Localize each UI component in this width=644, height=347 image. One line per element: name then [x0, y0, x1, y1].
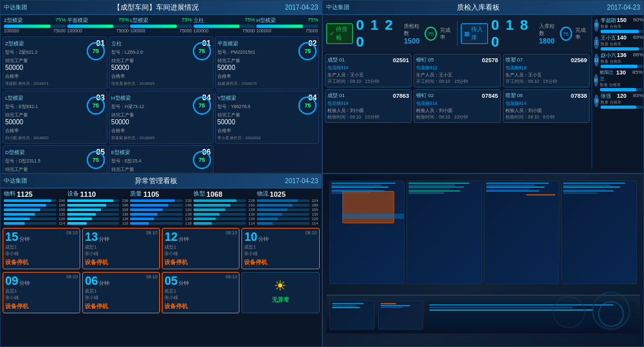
- avatar-5: 张: [594, 95, 599, 107]
- card-z: Z型横梁 01 型号：Z梁621.2 待完工产量50000 75 合格率 李超朗…: [3, 36, 107, 89]
- gauge-circle-2: [598, 301, 624, 327]
- anomaly-t1-person: 张小雄: [5, 251, 78, 257]
- sun-icon: ☀: [244, 278, 316, 295]
- anomaly-stats: 物料 1125 246 198 156 135 126 114 设备 1110 …: [1, 188, 322, 227]
- qc-card-6-type: 喷塑 06: [505, 92, 523, 99]
- anomaly-t4-time: 08:10: [305, 230, 317, 235]
- progress-h: H型横梁75% 10000075000: [256, 17, 318, 33]
- qc-card-5-time: 检验时间：08:10 10分钟: [416, 114, 498, 120]
- anomaly-t3-person: 张小雄: [164, 251, 237, 257]
- anomaly-b2-unit: 分钟: [99, 280, 109, 287]
- op3-pct: 86%: [633, 52, 643, 59]
- mini-screen-2: [406, 181, 482, 284]
- panel1-title: 【成型车间】车间进展情况: [113, 3, 199, 12]
- op2-name: 王小五: [601, 34, 617, 41]
- op5-label1: 数量: [601, 100, 608, 106]
- prog-min-4: 100000: [194, 28, 208, 33]
- prog-label-2: 平面横梁: [67, 17, 88, 24]
- avatar-3: 赵: [594, 54, 599, 67]
- mini-screen-1: [329, 181, 405, 284]
- qc-card-4-type: 成型 01: [328, 92, 345, 99]
- op-row-2: 王 王小五 140 89% 数量合格率: [594, 34, 641, 50]
- anomaly-b1-floor: 底层1: [5, 288, 78, 295]
- prog-pct-1: 75%: [55, 17, 65, 24]
- anomaly-b3-person: 张小雄: [164, 295, 237, 301]
- op3-label2: 合格率: [610, 59, 621, 65]
- qc-card-6-time: 检验时间：08:10 8分钟: [505, 114, 588, 120]
- prog-label-5: H型横梁: [256, 17, 276, 24]
- anomaly-card-t1: 08:10 15 分钟 成型1 张小雄 设备停机: [3, 228, 80, 269]
- card-z-op: 合格率: [5, 73, 19, 80]
- panel2-left: ✓ 待质检 0 1 2 0 质检粒数 1500 75 完成率: [323, 15, 592, 169]
- screen-array: [329, 181, 638, 284]
- qc-card-1-person: 生产人员：王小五: [328, 72, 364, 78]
- anomaly-quality-label: 质量: [130, 190, 142, 198]
- qc-card-4-product: 包花银914: [328, 100, 410, 107]
- anomaly-t3-mins: 12: [164, 230, 177, 244]
- logo1: 中达集团: [4, 3, 27, 12]
- anomaly-b1-time: 08:10: [67, 274, 78, 279]
- panel3-header: 中达集团 异常管理看板 2017-04-23: [1, 174, 322, 188]
- card-z-circle: 75: [87, 42, 105, 60]
- blue-highlight-1: [343, 214, 405, 219]
- anomaly-b2-mins: 06: [85, 274, 98, 288]
- prog-max-1: 75000: [53, 28, 65, 33]
- op2-count: 140: [617, 34, 633, 41]
- prog-pct-2: 75%: [118, 17, 129, 24]
- anomaly-logistics: 物流 1025 224 188 155 135 126 114: [257, 190, 318, 225]
- card-d: D型横梁 05 型号：D型2311.5 待完工产量50000 75 合格率 王小…: [3, 145, 107, 174]
- op4-label1: 数量: [600, 82, 608, 88]
- anomaly-log-label: 物流: [257, 190, 269, 198]
- anomaly-co-count: 1068: [206, 190, 222, 198]
- anomaly-t1-mins: 15: [5, 230, 18, 244]
- qc-card-1: 成型 01 02501 包花银914 生产人员：王小五 开工时间：08:10 1…: [325, 54, 412, 87]
- card-lz-op: 合格率: [111, 73, 125, 80]
- anomaly-t2-mins: 13: [85, 230, 98, 244]
- card-pm-footer: 赵威 操作员：2016073: [217, 81, 317, 87]
- qc-status-label: ✓ 待质检: [326, 23, 353, 44]
- anomaly-card-b2: 08:10 06 分钟 底层1 张小雄 设备停机: [82, 272, 160, 313]
- anomaly-t2-status: 设备停机: [85, 258, 157, 267]
- progress-pm: 平面横梁75% 10000075000: [67, 17, 129, 33]
- op2-label2: 合格率: [610, 41, 621, 47]
- anomaly-card-b3: 08:10 05 分钟 底层1 张小雄 设备停机: [162, 272, 239, 313]
- prog-max-2: 75000: [117, 28, 129, 33]
- anomaly-t4-status: 设备停机: [244, 258, 316, 267]
- card-h-footer: 郭泰索 操作员：2016085: [111, 135, 211, 141]
- anomaly-t1-status: 设备停机: [5, 258, 78, 267]
- anomaly-quality-count: 1105: [143, 190, 159, 198]
- qc-card-3-product: 包花银916: [505, 65, 588, 71]
- op4-label2: 合格率: [609, 82, 621, 88]
- card-l-circle: 75: [87, 96, 105, 115]
- anomaly-b4-status: 无异常: [244, 296, 316, 304]
- op1-label2: 合格率: [610, 24, 621, 30]
- op1-pct: 90%: [633, 17, 643, 24]
- qc-card-1-product: 包花银914: [328, 65, 410, 71]
- anomaly-card-b4: ☀ 无异常: [241, 272, 319, 313]
- anomaly-t4-mins: 10: [244, 230, 257, 244]
- op2-pct: 89%: [633, 34, 643, 41]
- card-lz: 立柱 01 型号：LZ69-2.6 待完工产量50000 75 合格率 张名晨 …: [109, 36, 214, 89]
- panel2-header: 中达集团 质检入库看板 2017-04-23: [323, 1, 644, 15]
- op5-label2: 合格率: [610, 100, 621, 106]
- checkmark-icon: ✓: [329, 30, 335, 37]
- qc-section-right: ▦ 待入库 0 1 8 0 入库粒数 1800 75 完成率: [461, 17, 588, 50]
- qc-card-3-id: 02569: [571, 57, 587, 63]
- op-row-3: 赵 赵小六 136 86% 数量合格率: [594, 52, 641, 68]
- panel-photo: [322, 174, 645, 347]
- op4-name: 欧阳兰兰: [600, 69, 616, 82]
- panel2-right-operators: 李 李超朗 150 90% 数量合格率 王 王小五 140: [592, 15, 643, 169]
- op3-count: 136: [617, 52, 633, 59]
- avatar-4: 欧: [594, 74, 598, 87]
- anomaly-t3-floor: 成型1: [164, 244, 237, 251]
- prog-pct-4: 75%: [245, 17, 255, 24]
- anomaly-material-label: 物料: [4, 190, 16, 198]
- qc-card-2: 铆钉 05 02578 包花银912 生产人员：王小五 开工时间：08:10 1…: [414, 54, 501, 87]
- anomaly-b3-unit: 分钟: [179, 280, 189, 287]
- anomaly-t2-unit: 分钟: [99, 236, 109, 243]
- panel-anomaly: 中达集团 异常管理看板 2017-04-23 物料 1125 246 198 1…: [0, 174, 322, 347]
- production-cards: Z型横梁 01 型号：Z梁621.2 待完工产量50000 75 合格率 李超朗…: [1, 35, 322, 174]
- qc-section-left: ✓ 待质检 0 1 2 0 质检粒数 1500 75 完成率: [326, 17, 454, 50]
- prog-max-3: 75000: [179, 28, 192, 33]
- anomaly-b3-status: 设备停机: [164, 302, 237, 311]
